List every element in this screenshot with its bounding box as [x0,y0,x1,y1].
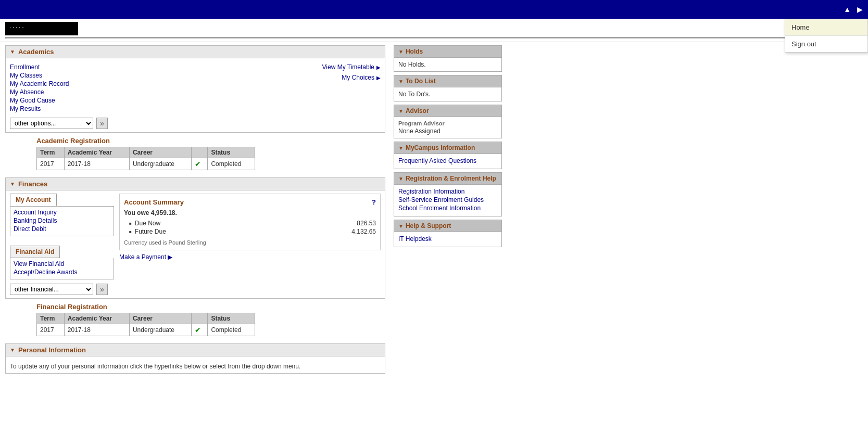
help-support-section: ▼ Help & Support IT Helpdesk [394,220,502,247]
choices-arrow-icon: ▶ [376,75,381,81]
finances-left: My Account Account Inquiry Banking Detai… [10,194,114,279]
my-choices-link[interactable]: My Choices ▶ [342,74,381,81]
timetable-arrow-icon: ▶ [376,65,381,70]
col-check [191,147,208,158]
advisor-label: Program Advisor [398,120,497,126]
self-service-enrolment-link[interactable]: Self-Service Enrolment Guides [398,196,497,203]
financial-registration-table: Term Academic Year Career Status 2017 20… [36,313,255,336]
fin-row-term: 2017 [37,324,65,336]
academics-title: Academics [18,48,54,56]
help-support-header[interactable]: ▼ Help & Support [394,220,502,232]
finances-content: My Account Account Inquiry Banking Detai… [10,194,381,279]
registration-information-link[interactable]: Registration Information [398,188,497,195]
my-good-cause-link[interactable]: My Good Cause [10,97,312,104]
advisor-section: ▼ Advisor Program Advisor None Assigned [394,105,502,138]
advisor-arrow: ▼ [398,108,404,114]
fin-row-year: 2017-18 [64,324,129,336]
financial-aid-tab[interactable]: Financial Aid [10,246,60,258]
direct-debit-link[interactable]: Direct Debit [14,225,110,233]
finances-options-row: other financial... » [10,284,381,295]
view-timetable-link[interactable]: View My Timetable ▶ [322,63,381,71]
advisor-body: Program Advisor None Assigned [394,117,502,138]
holds-header[interactable]: ▼ Holds [394,45,502,58]
due-now-row: ■ Due Now 826.53 [129,220,376,227]
my-absence-link[interactable]: My Absence [10,88,312,96]
help-support-body: IT Helpdesk [394,232,502,247]
help-support-title: Help & Support [406,222,451,229]
top-bar: ▲ ▶ Home Sign out [0,0,868,19]
col-year: Academic Year [64,147,129,158]
my-account-tab[interactable]: My Account [10,194,57,206]
row-check: ✔ [191,158,208,170]
finances-body: My Account Account Inquiry Banking Detai… [5,190,385,299]
reg-help-header[interactable]: ▼ Registration & Enrolment Help [394,172,502,185]
account-summary: Account Summary ? You owe 4,959.18. ■ Du… [119,194,381,250]
finances-go-button[interactable]: » [96,284,108,295]
bullet-icon2: ■ [129,229,132,234]
col-status: Status [208,147,255,158]
mycampus-body: Frequently Asked Questions [394,154,502,169]
todo-header[interactable]: ▼ To Do List [394,75,502,87]
academics-go-button[interactable]: » [96,118,108,129]
reg-help-section: ▼ Registration & Enrolment Help Registra… [394,172,502,216]
academics-options-select[interactable]: other options... [10,118,93,129]
faq-link[interactable]: Frequently Asked Questions [398,157,497,164]
school-enrolment-link[interactable]: School Enrolment Information [398,205,497,212]
nav-home-item[interactable]: Home [785,19,867,36]
col-career: Career [129,147,191,158]
row-term: 2017 [37,158,65,170]
advisor-header[interactable]: ▼ Advisor [394,105,502,117]
left-panel: ▼ Academics Enrollment My Classes My Aca… [0,42,391,381]
finances-options-select[interactable]: other financial... [10,284,93,295]
personal-info-arrow: ▼ [10,347,15,353]
advisor-value: None Assigned [398,127,441,135]
flag-icon[interactable]: ▲ [844,5,851,14]
account-inquiry-link[interactable]: Account Inquiry [14,209,110,216]
academic-registration-container: Academic Registration Term Academic Year… [36,137,385,170]
payment-arrow-icon: ▶ [168,253,172,261]
financial-registration-container: Financial Registration Term Academic Yea… [36,303,385,336]
row-career: Undergraduate [129,158,191,170]
col-term: Term [37,147,65,158]
arrow-icon[interactable]: ▶ [857,5,863,14]
account-summary-list: ■ Due Now 826.53 ■ Future Due 4,132.65 [129,220,376,235]
personal-info-header[interactable]: ▼ Personal Information [5,343,385,356]
top-bar-icons: ▲ ▶ [844,5,863,14]
todo-section: ▼ To Do List No To Do's. [394,75,502,101]
mycampus-header[interactable]: ▼ MyCampus Information [394,142,502,154]
fin-col-year: Academic Year [64,313,129,324]
financial-registration-title: Financial Registration [36,303,385,311]
academics-content: Enrollment My Classes My Academic Record… [10,61,381,113]
finances-section: ▼ Finances My Account Account Inquiry Ba… [5,177,385,299]
main-container: ▼ Academics Enrollment My Classes My Aca… [0,42,868,381]
todo-body: No To Do's. [394,87,502,101]
my-academic-record-link[interactable]: My Academic Record [10,80,312,87]
mycampus-arrow: ▼ [398,145,404,151]
row-year: 2017-18 [64,158,129,170]
academic-registration-table: Term Academic Year Career Status 2017 20… [36,147,255,170]
it-helpdesk-link[interactable]: IT Helpdesk [398,235,497,242]
finances-right: Account Summary ? You owe 4,959.18. ■ Du… [119,194,381,279]
my-results-link[interactable]: My Results [10,105,312,112]
finances-arrow: ▼ [10,181,15,187]
finances-header[interactable]: ▼ Finances [5,177,385,190]
fin-col-check [191,313,208,324]
academics-header[interactable]: ▼ Academics [5,45,385,58]
mycampus-title: MyCampus Information [406,144,475,151]
accept-decline-awards-link[interactable]: Accept/Decline Awards [14,269,110,276]
my-classes-link[interactable]: My Classes [10,72,312,79]
fin-col-term: Term [37,313,65,324]
holds-message: No Holds. [398,61,426,68]
todo-arrow: ▼ [398,79,404,84]
academics-options-row: other options... » [10,118,381,129]
holds-section: ▼ Holds No Holds. [394,45,502,72]
make-payment-link[interactable]: Make a Payment ▶ [119,253,381,261]
view-financial-aid-link[interactable]: View Financial Aid [14,260,110,267]
account-summary-help-icon[interactable]: ? [372,198,376,206]
due-now-label: Due Now [135,220,160,227]
right-panel: ▼ Holds No Holds. ▼ To Do List No To Do'… [391,42,505,381]
table-row: 2017 2017-18 Undergraduate ✔ Completed [37,158,255,170]
enrollment-link[interactable]: Enrollment [10,63,312,71]
banking-details-link[interactable]: Banking Details [14,217,110,224]
nav-signout-item[interactable]: Sign out [785,36,867,52]
